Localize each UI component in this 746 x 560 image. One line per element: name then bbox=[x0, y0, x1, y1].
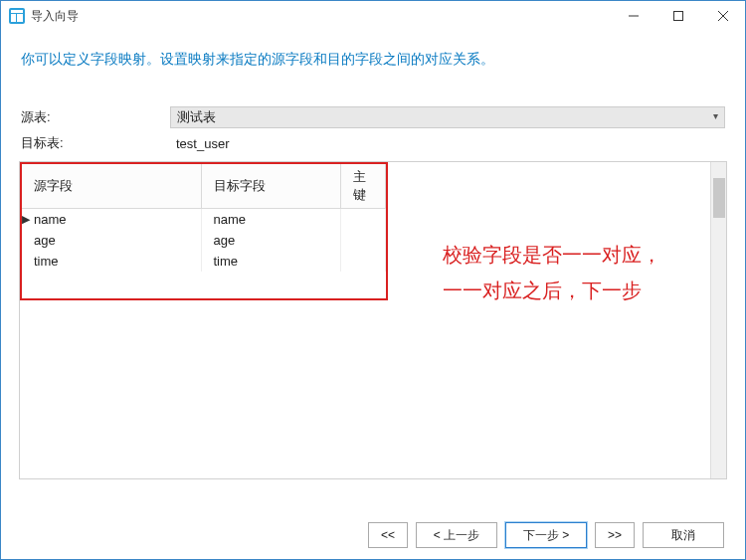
col-target-field[interactable]: 目标字段 bbox=[201, 164, 340, 209]
svg-rect-5 bbox=[673, 12, 682, 21]
next-button[interactable]: 下一步 > bbox=[505, 522, 587, 548]
cell-target: age bbox=[201, 230, 340, 251]
cell-source: name bbox=[34, 212, 67, 227]
annotation-text: 校验字段是否一一对应， 一一对应之后，下一步 bbox=[443, 237, 661, 308]
chevron-down-icon: ▾ bbox=[713, 110, 718, 121]
mapping-table[interactable]: 源字段 目标字段 主键 ▶name name age age time bbox=[22, 164, 386, 272]
vertical-scrollbar[interactable] bbox=[710, 162, 726, 478]
table-row[interactable]: age age bbox=[22, 230, 386, 251]
cell-source: age bbox=[22, 230, 201, 251]
source-table-row: 源表: 测试表 ▾ bbox=[1, 103, 745, 131]
table-row[interactable]: time time bbox=[22, 251, 386, 272]
minimize-icon bbox=[629, 11, 639, 21]
cell-source: time bbox=[22, 251, 201, 272]
cell-target: time bbox=[201, 251, 340, 272]
annotation-line2: 一一对应之后，下一步 bbox=[443, 273, 661, 308]
target-table-label: 目标表: bbox=[21, 134, 170, 152]
annotation-line1: 校验字段是否一一对应， bbox=[443, 237, 661, 273]
svg-rect-1 bbox=[11, 10, 23, 13]
col-primary-key[interactable]: 主键 bbox=[340, 164, 386, 209]
svg-rect-3 bbox=[17, 14, 23, 22]
maximize-button[interactable] bbox=[655, 1, 700, 31]
table-header-row: 源字段 目标字段 主键 bbox=[22, 164, 386, 209]
prev-button[interactable]: < 上一步 bbox=[416, 522, 497, 548]
current-row-marker-icon: ▶ bbox=[22, 213, 30, 226]
source-table-value: 测试表 bbox=[177, 108, 216, 126]
target-table-value: test_user bbox=[170, 136, 229, 151]
cell-pk bbox=[340, 209, 386, 231]
wizard-description: 你可以定义字段映射。设置映射来指定的源字段和目的字段之间的对应关系。 bbox=[1, 31, 745, 103]
maximize-icon bbox=[673, 11, 683, 21]
table-row[interactable]: ▶name name bbox=[22, 209, 386, 231]
mapping-highlight-box: 源字段 目标字段 主键 ▶name name age age time bbox=[20, 162, 388, 300]
close-icon bbox=[718, 11, 728, 21]
target-table-row: 目标表: test_user bbox=[1, 131, 745, 155]
mapping-panel: 源字段 目标字段 主键 ▶name name age age time bbox=[19, 161, 727, 479]
scrollbar-thumb[interactable] bbox=[713, 178, 725, 218]
footer-buttons: << < 上一步 下一步 > >> 取消 bbox=[368, 522, 724, 548]
minimize-button[interactable] bbox=[611, 1, 655, 31]
cell-pk bbox=[340, 230, 386, 251]
cancel-button[interactable]: 取消 bbox=[643, 522, 724, 548]
source-table-select[interactable]: 测试表 ▾ bbox=[170, 106, 725, 128]
source-table-label: 源表: bbox=[21, 108, 170, 126]
app-icon bbox=[9, 8, 25, 24]
cell-pk bbox=[340, 251, 386, 272]
titlebar: 导入向导 bbox=[1, 1, 745, 31]
col-source-field[interactable]: 源字段 bbox=[22, 164, 201, 209]
svg-rect-2 bbox=[11, 14, 16, 22]
cell-target: name bbox=[201, 209, 340, 231]
close-button[interactable] bbox=[700, 1, 745, 31]
window-title: 导入向导 bbox=[31, 8, 611, 25]
last-button[interactable]: >> bbox=[595, 522, 635, 548]
first-button[interactable]: << bbox=[368, 522, 408, 548]
window-controls bbox=[611, 1, 745, 31]
